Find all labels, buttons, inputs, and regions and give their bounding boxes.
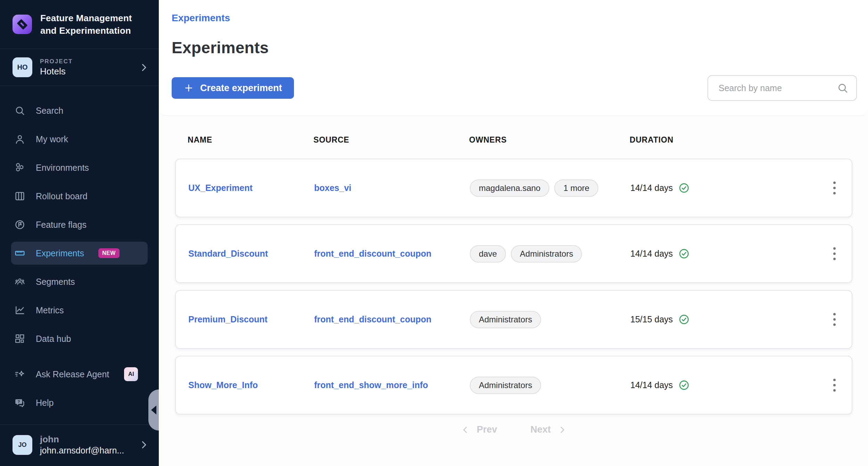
owners-cell: magdalena.sano1 more: [470, 179, 630, 197]
sidebar-item-data-hub[interactable]: Data hub: [11, 327, 148, 350]
table-column-headers: NAME SOURCE OWNERS DURATION: [175, 135, 852, 145]
people-group-icon: [13, 276, 26, 287]
sidebar-item-rollout-board[interactable]: Rollout board: [11, 185, 148, 208]
flag-circle-icon: [13, 219, 26, 230]
sidebar-item-label: Rollout board: [36, 191, 88, 201]
user-avatar: JO: [13, 435, 32, 455]
experiment-source-link[interactable]: boxes_vi: [314, 183, 470, 193]
table-row: Show_More_Info front_end_show_more_info …: [175, 356, 852, 415]
page-header: Experiments Experiments Create experimen…: [159, 0, 868, 116]
page-title: Experiments: [172, 38, 857, 57]
sidebar-item-search[interactable]: Search: [11, 99, 148, 122]
owner-chip[interactable]: dave: [470, 245, 506, 263]
row-menu-button[interactable]: [830, 178, 839, 198]
create-experiment-button[interactable]: Create experiment: [172, 77, 294, 99]
pagination: Prev Next: [175, 424, 852, 435]
sidebar-item-my-work[interactable]: My work: [11, 128, 148, 151]
sidebar-item-label: Feature flags: [36, 220, 87, 230]
owners-cell: daveAdministrators: [470, 245, 630, 263]
experiment-source-link[interactable]: front_end_discount_coupon: [314, 314, 470, 324]
help-chat-icon: ?: [13, 397, 26, 408]
prev-label: Prev: [477, 424, 497, 435]
next-page-button[interactable]: Next: [531, 424, 567, 435]
sidebar-item-environments[interactable]: Environments: [11, 156, 148, 179]
sidebar-item-ask-release-agent[interactable]: Ask Release Agent AI: [11, 363, 148, 386]
breadcrumb[interactable]: Experiments: [172, 13, 857, 24]
table-row: UX_Experiment boxes_vi magdalena.sano1 m…: [175, 159, 852, 217]
user-account[interactable]: JO john john.arnsdorf@harn...: [0, 425, 159, 466]
sidebar-item-label: Environments: [36, 163, 89, 173]
prev-page-button[interactable]: Prev: [461, 424, 497, 435]
person-icon: [13, 134, 26, 145]
ai-sparkle-icon: [13, 369, 26, 380]
column-header-owners: OWNERS: [469, 135, 630, 145]
experiment-name-link[interactable]: Show_More_Info: [188, 380, 314, 390]
owner-chip[interactable]: magdalena.sano: [470, 179, 549, 197]
search-box: [707, 75, 857, 101]
duration-cell: 15/15 days: [630, 314, 824, 325]
owners-cell: Administrators: [470, 311, 630, 328]
chevron-right-icon: [139, 440, 149, 450]
project-name: Hotels: [40, 66, 131, 77]
chevron-right-icon: [558, 425, 567, 434]
owners-cell: Administrators: [470, 377, 630, 394]
row-menu-button[interactable]: [830, 310, 839, 329]
owner-chip[interactable]: 1 more: [554, 179, 598, 197]
main-content: Experiments Experiments Create experimen…: [159, 0, 868, 466]
sidebar-item-feature-flags[interactable]: Feature flags: [11, 213, 148, 236]
sidebar-item-experiments[interactable]: Experiments NEW: [11, 242, 148, 265]
owner-chip[interactable]: Administrators: [470, 311, 541, 328]
project-selector[interactable]: HO PROJECT Hotels: [0, 49, 159, 86]
owner-chip[interactable]: Administrators: [511, 245, 582, 263]
duration-cell: 14/14 days: [630, 248, 824, 259]
board-columns-icon: [13, 191, 26, 202]
sidebar: Feature Management and Experimentation H…: [0, 0, 159, 466]
table-row: Standard_Discount front_end_discount_cou…: [175, 224, 852, 283]
sidebar-item-label: Metrics: [36, 305, 64, 315]
chevron-right-icon: [139, 62, 149, 73]
project-avatar: HO: [13, 57, 32, 77]
app-logo-block[interactable]: Feature Management and Experimentation: [0, 0, 159, 49]
sidebar-item-label: Segments: [36, 277, 75, 287]
experiment-name-link[interactable]: Standard_Discount: [188, 249, 314, 259]
project-label: PROJECT: [40, 58, 131, 65]
sidebar-item-segments[interactable]: Segments: [11, 270, 148, 293]
create-experiment-label: Create experiment: [200, 83, 282, 94]
ruler-icon: [13, 248, 26, 259]
column-header-source: SOURCE: [313, 135, 469, 145]
sidebar-nav: Search My work Environments Rollout bo: [0, 86, 159, 363]
ai-badge: AI: [124, 367, 138, 381]
check-circle-icon: [678, 379, 690, 391]
duration-cell: 14/14 days: [630, 182, 824, 194]
owner-chip[interactable]: Administrators: [470, 377, 541, 394]
search-input[interactable]: [707, 75, 857, 101]
column-header-name: NAME: [188, 135, 313, 145]
user-email: john.arnsdorf@harn...: [40, 445, 131, 456]
duration-text: 14/14 days: [630, 183, 673, 193]
experiment-source-link[interactable]: front_end_show_more_info: [314, 380, 470, 390]
row-menu-button[interactable]: [830, 244, 839, 264]
experiment-name-link[interactable]: UX_Experiment: [188, 183, 314, 193]
check-circle-icon: [678, 182, 690, 194]
row-menu-button[interactable]: [830, 375, 839, 395]
table-rows: UX_Experiment boxes_vi magdalena.sano1 m…: [175, 159, 852, 415]
app-title: Feature Management and Experimentation: [40, 12, 132, 37]
new-badge: NEW: [98, 248, 120, 258]
squares-grid-icon: [13, 333, 26, 344]
search-icon: [837, 82, 849, 94]
sidebar-collapse-button[interactable]: [148, 389, 159, 431]
experiment-source-link[interactable]: front_end_discount_coupon: [314, 249, 470, 259]
sidebar-item-label: Search: [36, 106, 63, 116]
search-icon: [13, 105, 26, 116]
chevron-left-icon: [461, 425, 470, 434]
plus-icon: [183, 83, 194, 93]
experiment-name-link[interactable]: Premium_Discount: [188, 314, 314, 324]
duration-text: 14/14 days: [630, 249, 673, 259]
column-header-duration: DURATION: [630, 135, 825, 145]
sidebar-item-label: My work: [36, 134, 68, 144]
sidebar-item-metrics[interactable]: Metrics: [11, 299, 148, 322]
user-name: john: [40, 434, 131, 445]
check-circle-icon: [678, 314, 690, 325]
check-circle-icon: [678, 248, 690, 259]
sidebar-item-help[interactable]: ? Help: [11, 391, 148, 414]
